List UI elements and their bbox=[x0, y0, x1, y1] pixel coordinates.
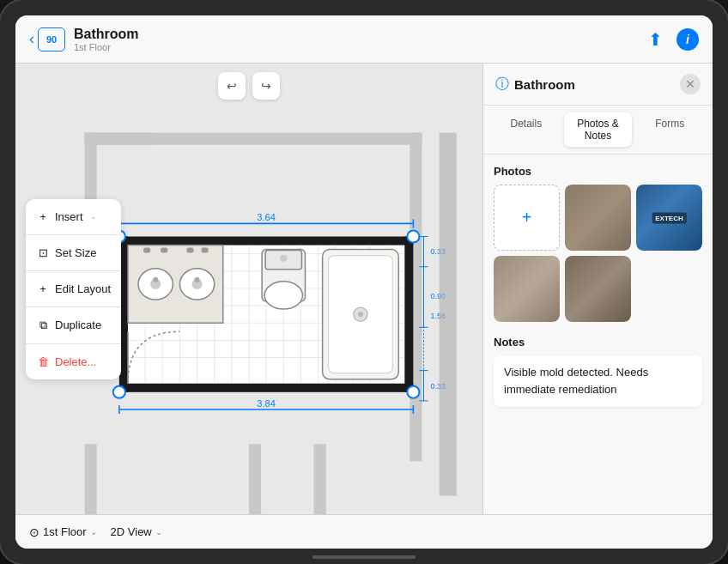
share-button[interactable]: ⬆ bbox=[648, 29, 663, 50]
insert-label: Insert bbox=[55, 210, 83, 223]
view-chevron-icon: ⌄ bbox=[155, 527, 162, 537]
svg-point-59 bbox=[407, 230, 419, 242]
svg-rect-3 bbox=[85, 444, 97, 514]
redo-icon: ↪ bbox=[261, 79, 271, 93]
insert-icon: + bbox=[36, 210, 50, 223]
svg-rect-7 bbox=[314, 444, 326, 514]
svg-rect-83 bbox=[440, 133, 457, 496]
notes-section-label: Notes bbox=[494, 336, 702, 349]
toolbar-left: + Insert ⌄ ⊡ Set Size + Edit Layout bbox=[26, 199, 121, 379]
svg-rect-15 bbox=[404, 236, 413, 391]
back-button[interactable]: ‹ 90 bbox=[29, 27, 65, 52]
svg-text:3.84: 3.84 bbox=[257, 398, 276, 409]
floor-label: 1st Floor bbox=[43, 525, 87, 538]
header-left: ‹ 90 Bathroom 1st Floor bbox=[29, 27, 640, 52]
view-selector[interactable]: 2D View ⌄ bbox=[111, 525, 162, 538]
svg-point-53 bbox=[280, 255, 287, 262]
tab-photos-notes[interactable]: Photos & Notes bbox=[564, 112, 633, 147]
edit-layout-button[interactable]: + Edit Layout bbox=[26, 276, 121, 301]
insert-chevron: ⌄ bbox=[90, 212, 97, 221]
notes-section: Notes Visible mold detected. Needs immed… bbox=[494, 336, 702, 407]
svg-point-61 bbox=[407, 386, 419, 398]
set-size-label: Set Size bbox=[55, 246, 96, 259]
duplicate-label: Duplicate bbox=[55, 318, 101, 331]
panel-info-icon: ⓘ bbox=[495, 76, 509, 94]
photos-grid: + EXTECH bbox=[494, 185, 702, 322]
close-icon: × bbox=[686, 76, 695, 94]
redo-button[interactable]: ↪ bbox=[252, 72, 280, 100]
floor-chevron-icon: ⌄ bbox=[90, 527, 97, 537]
photo-thumb-4[interactable] bbox=[565, 256, 631, 322]
floor-selector[interactable]: ⊙ 1st Floor ⌄ bbox=[29, 525, 97, 539]
duplicate-button[interactable]: ⧉ Duplicate bbox=[26, 312, 121, 338]
delete-button[interactable]: 🗑 Delete... bbox=[26, 349, 121, 374]
screen: ‹ 90 Bathroom 1st Floor ⬆ i bbox=[15, 15, 713, 549]
page-title: Bathroom bbox=[74, 27, 139, 42]
svg-rect-5 bbox=[249, 444, 261, 514]
svg-rect-48 bbox=[202, 248, 209, 253]
info-icon: i bbox=[686, 33, 689, 46]
undo-icon: ↩ bbox=[227, 79, 237, 93]
info-button[interactable]: i bbox=[676, 28, 699, 51]
back-chevron-icon: ‹ bbox=[29, 30, 34, 48]
svg-point-60 bbox=[113, 386, 125, 398]
svg-rect-47 bbox=[186, 248, 193, 253]
page-subtitle: 1st Floor bbox=[74, 42, 139, 52]
panel-header: ⓘ Bathroom × bbox=[483, 64, 713, 106]
right-panel: ⓘ Bathroom × Details Photos & Notes bbox=[482, 64, 713, 514]
panel-title-row: ⓘ Bathroom bbox=[495, 76, 575, 94]
notes-text[interactable]: Visible mold detected. Needs immediate r… bbox=[494, 355, 702, 407]
svg-rect-13 bbox=[119, 384, 414, 392]
tab-details[interactable]: Details bbox=[492, 112, 561, 147]
photos-section-label: Photos bbox=[494, 165, 702, 178]
panel-close-button[interactable]: × bbox=[680, 74, 701, 94]
tab-forms[interactable]: Forms bbox=[635, 112, 704, 147]
set-size-icon: ⊡ bbox=[36, 246, 50, 259]
photo-thumb-3[interactable] bbox=[494, 256, 560, 322]
svg-point-57 bbox=[358, 312, 363, 317]
add-photo-button[interactable]: + bbox=[494, 185, 560, 251]
trash-icon: 🗑 bbox=[36, 355, 50, 368]
svg-rect-12 bbox=[119, 236, 414, 245]
bottom-bar: ⊙ 1st Floor ⌄ 2D View ⌄ bbox=[15, 514, 713, 549]
header-right: ⬆ i bbox=[648, 28, 699, 51]
svg-rect-9 bbox=[85, 133, 422, 145]
svg-point-44 bbox=[195, 277, 200, 282]
edit-layout-label: Edit Layout bbox=[55, 282, 111, 295]
svg-rect-46 bbox=[161, 248, 167, 253]
edit-layout-icon: + bbox=[36, 282, 50, 295]
photo-thumb-1[interactable] bbox=[565, 185, 631, 251]
main-content: ↩ ↪ + Insert ⌄ ⊡ Set Si bbox=[15, 64, 713, 514]
svg-rect-45 bbox=[143, 248, 150, 253]
svg-text:3.64: 3.64 bbox=[257, 212, 276, 222]
grid-icon-label: 90 bbox=[46, 34, 57, 45]
photo-thumb-2[interactable]: EXTECH bbox=[636, 185, 702, 251]
floor-icon: ⊙ bbox=[29, 525, 39, 539]
undo-button[interactable]: ↩ bbox=[218, 72, 246, 100]
delete-label: Delete... bbox=[55, 355, 96, 368]
svg-point-41 bbox=[153, 277, 158, 282]
undo-redo-bar: ↩ ↪ bbox=[218, 72, 280, 100]
floorplan-area[interactable]: ↩ ↪ + Insert ⌄ ⊡ Set Si bbox=[15, 64, 482, 514]
header-title-group: Bathroom 1st Floor bbox=[74, 27, 139, 52]
panel-body: Photos + EXTECH bbox=[483, 155, 713, 514]
panel-title: Bathroom bbox=[514, 77, 575, 92]
svg-point-51 bbox=[264, 282, 302, 309]
tablet-device: ‹ 90 Bathroom 1st Floor ⬆ i bbox=[0, 0, 728, 564]
panel-tabs: Details Photos & Notes Forms bbox=[483, 106, 713, 155]
home-indicator bbox=[312, 555, 416, 559]
set-size-button[interactable]: ⊡ Set Size bbox=[26, 240, 121, 265]
duplicate-icon: ⧉ bbox=[36, 318, 50, 332]
header: ‹ 90 Bathroom 1st Floor ⬆ i bbox=[15, 15, 713, 64]
insert-button[interactable]: + Insert ⌄ bbox=[26, 204, 121, 229]
view-label: 2D View bbox=[111, 525, 152, 538]
add-icon: + bbox=[522, 208, 532, 227]
grid-icon-box[interactable]: 90 bbox=[38, 27, 65, 52]
